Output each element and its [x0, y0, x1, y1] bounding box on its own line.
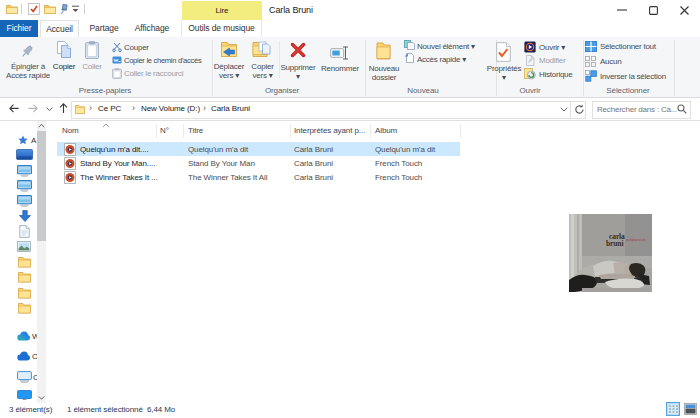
svg-text:quelqu'un m'a dit: quelqu'un m'a dit: [626, 238, 646, 242]
svg-text:bruni: bruni: [606, 239, 623, 248]
